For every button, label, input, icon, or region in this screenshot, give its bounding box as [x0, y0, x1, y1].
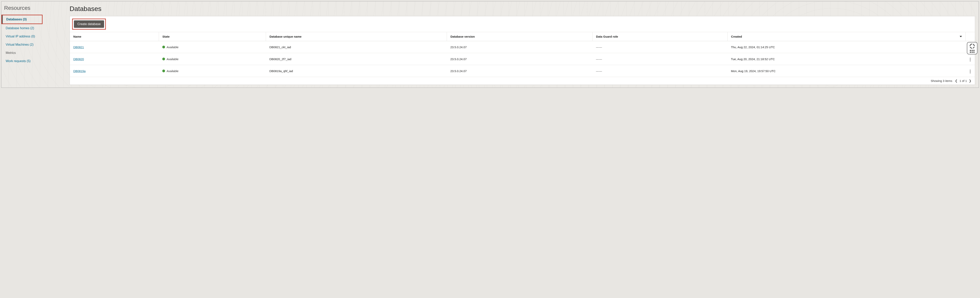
col-dg-role[interactable]: Data Guard role: [592, 32, 727, 41]
unique-name-cell: DB0821_ckt_iad: [266, 41, 447, 53]
state-label: Available: [167, 57, 178, 61]
help-widget[interactable]: [967, 42, 977, 54]
database-link[interactable]: DB0819a: [73, 69, 86, 73]
col-created[interactable]: Created: [727, 32, 966, 41]
status-dot-icon: [162, 46, 165, 48]
created-cell: Tue, Aug 20, 2024, 21:18:52 UTC: [727, 53, 966, 65]
resources-sidebar: Resources Databases (3)Database homes (2…: [2, 2, 64, 87]
main-content: Databases Create database Name State Dat…: [64, 2, 978, 87]
col-name[interactable]: Name: [70, 32, 159, 41]
dg-role-cell: ——: [592, 41, 727, 53]
dg-role-cell: ——: [592, 65, 727, 77]
databases-panel: Create database Name State Database uniq…: [70, 16, 975, 85]
col-state[interactable]: State: [159, 32, 266, 41]
create-database-highlight: Create database: [72, 19, 106, 30]
apps-grid-icon: [970, 50, 975, 53]
page-indicator: 1 of 1: [959, 79, 967, 82]
col-actions: [966, 32, 975, 41]
col-created-label: Created: [731, 35, 742, 38]
sidebar-item-3[interactable]: Virtual Machines (2): [2, 41, 64, 49]
state-label: Available: [167, 69, 178, 73]
dg-role-cell: ——: [592, 53, 727, 65]
support-icon: [970, 43, 975, 49]
sidebar-title: Resources: [2, 4, 64, 15]
pager: ❮ 1 of 1 ❯: [955, 79, 971, 83]
panel-toolbar: Create database: [70, 16, 975, 32]
footer-summary: Showing 3 items: [931, 79, 952, 82]
app-frame: Resources Databases (3)Database homes (2…: [1, 1, 979, 88]
version-cell: 23.5.0.24.07: [447, 41, 592, 53]
version-cell: 23.5.0.24.07: [447, 53, 592, 65]
database-link[interactable]: DB0821: [73, 46, 84, 49]
unique-name-cell: DB0819a_qhf_iad: [266, 65, 447, 77]
col-unique-name[interactable]: Database unique name: [266, 32, 447, 41]
status-dot-icon: [162, 70, 165, 72]
created-cell: Mon, Aug 19, 2024, 19:57:50 UTC: [727, 65, 966, 77]
database-link[interactable]: DB0820: [73, 57, 84, 61]
sidebar-highlight: Databases (3): [2, 15, 43, 24]
table-row: DB0821AvailableDB0821_ckt_iad23.5.0.24.0…: [70, 41, 975, 53]
unique-name-cell: DB0820_2f7_iad: [266, 53, 447, 65]
table-footer: Showing 3 items ❮ 1 of 1 ❯: [70, 77, 975, 85]
sidebar-item-4[interactable]: Metrics: [2, 49, 64, 57]
status-dot-icon: [162, 58, 165, 60]
table-row: DB0820AvailableDB0820_2f7_iad23.5.0.24.0…: [70, 53, 975, 65]
sidebar-item-0[interactable]: Databases (3): [2, 15, 42, 24]
table-row: DB0819aAvailableDB0819a_qhf_iad23.5.0.24…: [70, 65, 975, 77]
version-cell: 23.5.0.24.07: [447, 65, 592, 77]
table-header-row: Name State Database unique name Database…: [70, 32, 975, 41]
page-title: Databases: [70, 5, 975, 13]
row-actions-menu-button[interactable]: [969, 69, 971, 74]
next-page-button[interactable]: ❯: [969, 79, 971, 83]
sidebar-item-1[interactable]: Database homes (2): [2, 24, 64, 32]
row-actions-menu-button[interactable]: [969, 57, 971, 62]
state-label: Available: [167, 46, 178, 49]
sidebar-item-5[interactable]: Work requests (5): [2, 57, 64, 65]
sidebar-list: Databases (3)Database homes (2)Virtual I…: [2, 15, 64, 65]
databases-table: Name State Database unique name Database…: [70, 32, 975, 77]
created-cell: Thu, Aug 22, 2024, 01:14:25 UTC: [727, 41, 966, 53]
sort-desc-icon: [959, 36, 962, 37]
create-database-button[interactable]: Create database: [74, 21, 104, 28]
prev-page-button[interactable]: ❮: [955, 79, 958, 83]
sidebar-item-2[interactable]: Virtual IP address (0): [2, 32, 64, 41]
col-version[interactable]: Database version: [447, 32, 592, 41]
